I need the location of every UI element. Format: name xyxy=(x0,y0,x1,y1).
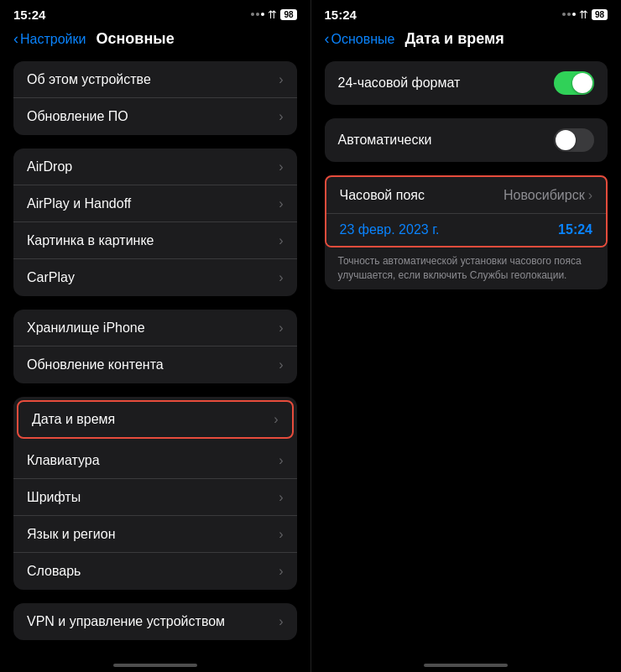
keyboard-right: › xyxy=(279,453,283,468)
dot1 xyxy=(251,13,254,16)
right-status-bar: 15:24 ⇈ 98 xyxy=(311,0,622,27)
settings-group-4: Дата и время › Клавиатура › Шрифты › Язы… xyxy=(13,397,297,590)
auto-label: Автоматически xyxy=(338,133,432,148)
airdrop-chevron: › xyxy=(279,159,283,175)
date-value: 23 февр. 2023 г. xyxy=(340,222,440,237)
auto-toggle-thumb xyxy=(556,130,576,150)
settings-group-3: Хранилище iPhone › Обновление контента › xyxy=(13,310,297,383)
right-wifi-icon: ⇈ xyxy=(579,8,588,21)
settings-item-about[interactable]: Об этом устройстве › xyxy=(13,61,297,98)
dictionary-label: Словарь xyxy=(27,564,81,579)
settings-item-datetime[interactable]: Дата и время › xyxy=(17,400,294,439)
timezone-right: Новосибирск › xyxy=(504,188,592,203)
settings-item-vpn[interactable]: VPN и управление устройством › xyxy=(13,603,297,640)
right-item-auto[interactable]: Автоматически xyxy=(325,118,608,162)
timezone-label: Часовой пояс xyxy=(340,188,425,203)
settings-item-language[interactable]: Язык и регион › xyxy=(13,516,297,553)
language-right: › xyxy=(279,527,283,542)
left-back-label: Настройки xyxy=(20,32,86,47)
keyboard-label: Клавиатура xyxy=(27,453,100,468)
format24-toggle-thumb xyxy=(572,73,592,93)
format24-label: 24-часовой формат xyxy=(338,76,461,91)
fonts-right: › xyxy=(279,490,283,505)
settings-item-dictionary[interactable]: Словарь › xyxy=(13,553,297,590)
right-panel: 15:24 ⇈ 98 ‹ Основные Дата и время 24-ча… xyxy=(311,0,622,672)
left-bottom-bar xyxy=(0,649,310,672)
right-nav-header: ‹ Основные Дата и время xyxy=(311,27,622,55)
update-right: › xyxy=(279,109,283,124)
dictionary-chevron: › xyxy=(279,564,283,579)
settings-item-airdrop[interactable]: AirDrop › xyxy=(13,148,297,185)
left-status-icons: ⇈ 98 xyxy=(251,8,296,21)
timezone-chevron: › xyxy=(588,188,592,203)
settings-group-2: AirDrop › AirPlay и Handoff › Картинка в… xyxy=(13,148,297,296)
airdrop-label: AirDrop xyxy=(27,159,72,175)
settings-item-storage[interactable]: Хранилище iPhone › xyxy=(13,310,297,346)
right-back-chevron-icon: ‹ xyxy=(325,30,330,48)
airplay-right: › xyxy=(279,196,283,211)
storage-chevron: › xyxy=(279,320,283,336)
carplay-right: › xyxy=(279,270,283,285)
left-status-time: 15:24 xyxy=(13,8,45,22)
dot3 xyxy=(261,13,264,16)
right-back-label: Основные xyxy=(331,32,395,47)
auto-toggle[interactable] xyxy=(554,128,594,152)
dictionary-right: › xyxy=(279,564,283,579)
datetime-chevron: › xyxy=(274,412,278,427)
right-battery-badge: 98 xyxy=(592,9,608,20)
r-dot3 xyxy=(572,13,576,16)
airplay-label: AirPlay и Handoff xyxy=(27,196,131,211)
update-label: Обновление ПО xyxy=(27,109,128,124)
bgrefresh-right: › xyxy=(279,357,283,372)
pip-chevron: › xyxy=(279,233,283,248)
settings-item-update[interactable]: Обновление ПО › xyxy=(13,98,297,135)
storage-right: › xyxy=(279,320,283,336)
r-dot2 xyxy=(567,13,571,16)
keyboard-chevron: › xyxy=(279,453,283,468)
time-value: 15:24 xyxy=(558,222,592,237)
carplay-label: CarPlay xyxy=(27,270,75,285)
left-status-bar: 15:24 ⇈ 98 xyxy=(0,0,310,27)
about-right: › xyxy=(279,72,283,87)
back-chevron-icon: ‹ xyxy=(13,30,18,48)
right-status-time: 15:24 xyxy=(325,8,357,22)
settings-item-pip[interactable]: Картинка в картинке › xyxy=(13,222,297,259)
right-item-format24[interactable]: 24-часовой формат xyxy=(325,61,608,105)
vpn-label: VPN и управление устройством xyxy=(27,614,225,629)
right-settings-content: 24-часовой формат Автоматически Часовой … xyxy=(311,55,622,649)
settings-item-keyboard[interactable]: Клавиатура › xyxy=(13,442,297,479)
language-chevron: › xyxy=(279,527,283,542)
vpn-chevron: › xyxy=(279,614,283,629)
right-group-timezone: Часовой пояс Новосибирск › 23 февр. 2023… xyxy=(325,175,608,289)
right-signal-dots xyxy=(562,13,576,16)
about-chevron: › xyxy=(279,72,283,87)
signal-dots xyxy=(251,13,264,16)
bgrefresh-chevron: › xyxy=(279,357,283,372)
airplay-chevron: › xyxy=(279,196,283,211)
right-status-icons: ⇈ 98 xyxy=(562,8,608,21)
left-back-button[interactable]: ‹ Настройки xyxy=(13,30,86,48)
date-time-row: 23 февр. 2023 г. 15:24 xyxy=(326,214,607,246)
timezone-value: Новосибирск xyxy=(504,188,585,203)
format24-toggle[interactable] xyxy=(554,71,594,95)
settings-item-carplay[interactable]: CarPlay › xyxy=(13,259,297,296)
left-nav-header: ‹ Настройки Основные xyxy=(0,27,310,55)
settings-item-bgrefresh[interactable]: Обновление контента › xyxy=(13,346,297,383)
left-settings-content: Об этом устройстве › Обновление ПО › Air… xyxy=(0,55,310,649)
right-bottom-bar xyxy=(311,649,622,672)
update-chevron: › xyxy=(279,109,283,124)
wifi-icon: ⇈ xyxy=(268,8,277,21)
dot2 xyxy=(256,13,259,16)
right-back-button[interactable]: ‹ Основные xyxy=(325,30,395,48)
right-item-timezone[interactable]: Часовой пояс Новосибирск › xyxy=(326,177,607,214)
airdrop-right: › xyxy=(279,159,283,175)
settings-item-fonts[interactable]: Шрифты › xyxy=(13,479,297,516)
settings-item-airplay[interactable]: AirPlay и Handoff › xyxy=(13,185,297,222)
storage-label: Хранилище iPhone xyxy=(27,320,145,336)
right-page-title: Дата и время xyxy=(404,30,504,48)
right-group-format: 24-часовой формат xyxy=(325,61,608,105)
battery-badge: 98 xyxy=(280,9,296,20)
pip-right: › xyxy=(279,233,283,248)
bgrefresh-label: Обновление контента xyxy=(27,357,164,372)
fonts-chevron: › xyxy=(279,490,283,505)
